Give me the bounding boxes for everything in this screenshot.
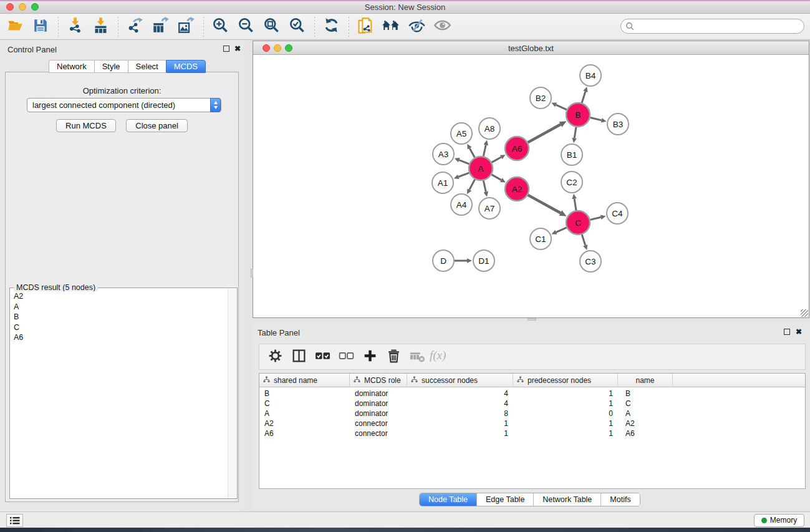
- export-table-button[interactable]: [150, 16, 171, 37]
- edge-A-A5[interactable]: [467, 144, 475, 158]
- select-all-checked-button[interactable]: [313, 347, 332, 366]
- zoom-fit-button[interactable]: [261, 16, 282, 37]
- edge-A-A6[interactable]: [492, 155, 506, 162]
- edge-B-B3[interactable]: [590, 118, 606, 123]
- export-network-button[interactable]: [124, 16, 145, 37]
- save-session-button[interactable]: [30, 16, 51, 37]
- graph-node-A2[interactable]: A2: [505, 177, 529, 201]
- gear-button[interactable]: [266, 347, 284, 366]
- cell-name[interactable]: A: [618, 409, 673, 418]
- column-layout-button[interactable]: [289, 347, 308, 366]
- delete-column-button[interactable]: [384, 347, 403, 366]
- graph-node-D1[interactable]: D1: [473, 250, 494, 271]
- column-header-shared-name[interactable]: shared name: [259, 374, 350, 387]
- float-table-panel-icon[interactable]: [784, 329, 790, 335]
- mcds-result-item[interactable]: B: [11, 312, 229, 322]
- tab-network-table[interactable]: Network Table: [534, 493, 601, 506]
- edge-C-C4[interactable]: [590, 215, 605, 220]
- mcds-result-item[interactable]: A2: [11, 291, 229, 302]
- refresh-network-button[interactable]: [321, 16, 342, 37]
- edge-A-A4[interactable]: [467, 180, 475, 195]
- graph-node-A[interactable]: A: [469, 157, 493, 180]
- graph-node-B1[interactable]: B1: [561, 144, 582, 165]
- graph-node-A5[interactable]: A5: [451, 123, 472, 144]
- cell-MCDS-role[interactable]: connector: [350, 418, 407, 428]
- hide-eye-button[interactable]: [406, 16, 427, 37]
- table-row[interactable]: A2connector11A2: [259, 418, 805, 428]
- cell-name[interactable]: A6: [618, 428, 673, 438]
- cell-successor-nodes[interactable]: 8: [407, 409, 513, 418]
- edge-A-A1[interactable]: [454, 173, 470, 179]
- edge-A-A7[interactable]: [483, 181, 488, 197]
- vertical-splitter-handle[interactable]: [251, 269, 253, 278]
- home-pair-button[interactable]: [380, 16, 402, 37]
- search-input[interactable]: [637, 21, 799, 32]
- deselect-all-button[interactable]: [337, 347, 355, 366]
- memory-button[interactable]: Memory: [754, 514, 804, 527]
- column-header-successor-nodes[interactable]: successor nodes: [407, 374, 513, 387]
- edge-A-A2[interactable]: [491, 175, 505, 183]
- network-window-titlebar[interactable]: testGlobe.txt: [253, 41, 809, 55]
- graph-node-C3[interactable]: C3: [580, 251, 601, 272]
- run-mcds-button[interactable]: Run MCDS: [56, 119, 116, 132]
- cell-shared-name[interactable]: A: [259, 409, 350, 418]
- graph-node-A6[interactable]: A6: [505, 137, 529, 160]
- graph-node-B2[interactable]: B2: [530, 87, 551, 109]
- open-file-button[interactable]: [4, 16, 26, 37]
- graph-node-A3[interactable]: A3: [433, 143, 454, 165]
- mcds-result-item[interactable]: A6: [11, 332, 229, 343]
- tab-edge-table[interactable]: Edge Table: [477, 493, 534, 506]
- tab-mcds[interactable]: MCDS: [166, 60, 206, 73]
- table-row[interactable]: A6connector11A6: [259, 428, 805, 438]
- tab-network[interactable]: Network: [49, 60, 94, 73]
- cell-successor-nodes[interactable]: 4: [407, 389, 513, 399]
- add-column-button[interactable]: [360, 347, 379, 366]
- graph-node-A8[interactable]: A8: [479, 118, 500, 139]
- graph-node-B3[interactable]: B3: [607, 114, 629, 135]
- zoom-in-button[interactable]: [210, 16, 231, 37]
- graph-node-C4[interactable]: C4: [607, 203, 628, 224]
- select-stepper-icon[interactable]: [210, 98, 221, 112]
- tab-select[interactable]: Select: [128, 60, 166, 73]
- edge-A-A8[interactable]: [483, 140, 488, 157]
- new-network-document-button[interactable]: [355, 16, 376, 37]
- edge-A6-B[interactable]: [528, 121, 567, 142]
- cell-predecessor-nodes[interactable]: 1: [513, 389, 618, 399]
- cell-predecessor-nodes[interactable]: 1: [513, 418, 618, 428]
- show-eye-button[interactable]: [432, 16, 453, 37]
- cell-successor-nodes[interactable]: 4: [407, 399, 513, 409]
- task-history-button[interactable]: [6, 514, 23, 527]
- cell-name[interactable]: C: [618, 399, 673, 409]
- graph-node-A7[interactable]: A7: [479, 198, 500, 219]
- graph-node-C1[interactable]: C1: [530, 228, 551, 249]
- network-canvas[interactable]: AA6A2BCA5A8A3A1A4A7B4B2B3B1C2C4C1C3DD1: [253, 55, 809, 317]
- edge-A-A3[interactable]: [455, 158, 470, 164]
- zoom-out-button[interactable]: [235, 16, 256, 37]
- cell-MCDS-role[interactable]: dominator: [350, 389, 407, 399]
- edge-A2-C[interactable]: [528, 195, 567, 216]
- table-row[interactable]: Cdominator41C: [259, 399, 805, 409]
- graph-node-C[interactable]: C: [566, 211, 590, 235]
- tab-motifs[interactable]: Motifs: [601, 493, 639, 506]
- cell-name[interactable]: B: [618, 389, 673, 399]
- graph-node-A4[interactable]: A4: [451, 194, 472, 215]
- edge-D-D1[interactable]: [455, 258, 472, 263]
- cell-shared-name[interactable]: A2: [259, 418, 350, 428]
- edge-C-C3[interactable]: [582, 235, 587, 250]
- cell-predecessor-nodes[interactable]: 1: [513, 399, 618, 409]
- mcds-result-item[interactable]: A: [11, 302, 229, 312]
- table-row[interactable]: Bdominator41B: [259, 389, 805, 399]
- column-header-MCDS-role[interactable]: MCDS role: [350, 374, 407, 387]
- edge-B-B2[interactable]: [551, 103, 566, 110]
- tab-node-table[interactable]: Node Table: [420, 493, 477, 506]
- cell-successor-nodes[interactable]: 1: [407, 418, 513, 428]
- import-network-button[interactable]: [64, 16, 85, 37]
- column-header-name[interactable]: name: [618, 374, 673, 387]
- close-panel-icon[interactable]: ✖: [234, 46, 241, 52]
- window-resize-grip[interactable]: [801, 309, 808, 317]
- table-row[interactable]: Adominator80A: [259, 409, 805, 418]
- close-panel-button[interactable]: Close panel: [126, 119, 188, 132]
- cell-name[interactable]: A2: [618, 418, 673, 428]
- cell-predecessor-nodes[interactable]: 0: [513, 409, 618, 418]
- float-panel-icon[interactable]: [223, 46, 229, 52]
